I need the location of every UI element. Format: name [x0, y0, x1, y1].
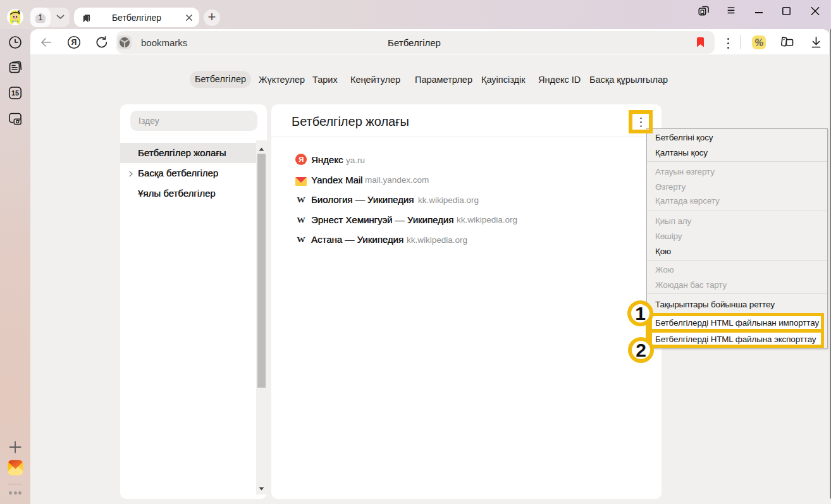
svg-text:1: 1 [39, 13, 43, 22]
svg-text:Я: Я [299, 156, 304, 163]
svg-text:15: 15 [11, 89, 19, 97]
svg-text:Я: Я [71, 38, 77, 47]
